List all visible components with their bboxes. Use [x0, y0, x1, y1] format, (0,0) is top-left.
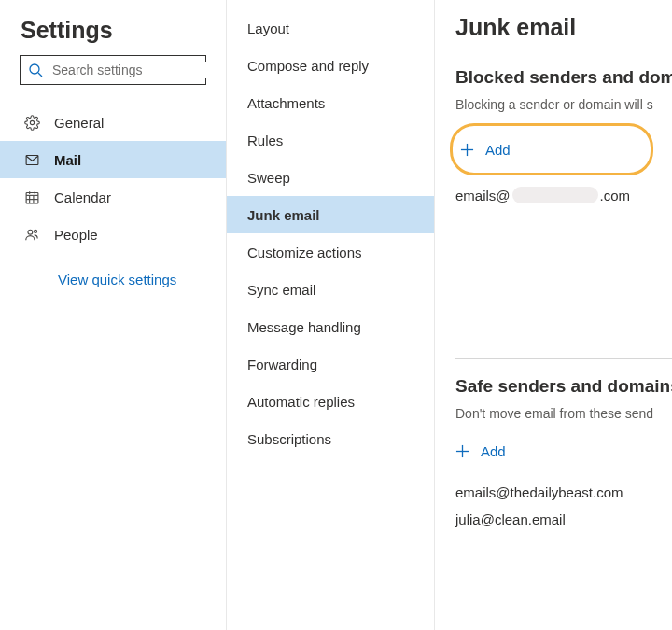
junk-title: Junk email [455, 0, 672, 67]
svg-point-12 [34, 230, 36, 232]
search-field[interactable] [20, 55, 206, 85]
mailnav-autoreply[interactable]: Automatic replies [227, 383, 434, 420]
svg-rect-4 [26, 192, 38, 203]
plus-icon [455, 444, 469, 458]
mailnav-forwarding[interactable]: Forwarding [227, 345, 434, 383]
blocked-entry-suffix: .com [600, 188, 631, 203]
blocked-heading: Blocked senders and domains [455, 67, 672, 88]
nav-mail-label: Mail [54, 152, 81, 168]
blocked-entry[interactable]: emails@ .com [455, 181, 672, 209]
mailnav-compose[interactable]: Compose and reply [227, 47, 434, 84]
junk-email-panel: Junk email Blocked senders and domains B… [434, 0, 672, 630]
mailnav-sync[interactable]: Sync email [227, 271, 434, 308]
add-blocked-label: Add [485, 142, 511, 158]
nav-mail[interactable]: Mail [0, 141, 226, 178]
safe-heading: Safe senders and domains [455, 376, 672, 397]
blocked-entry-prefix: emails@ [455, 188, 511, 203]
add-safe-button[interactable]: Add [455, 432, 672, 469]
mailnav-customize[interactable]: Customize actions [227, 233, 434, 271]
safe-entry[interactable]: emails@thedailybeast.com [455, 479, 672, 506]
primary-nav: General Mail [0, 102, 226, 253]
svg-point-0 [30, 64, 39, 74]
add-safe-label: Add [481, 443, 506, 459]
svg-line-1 [38, 73, 42, 77]
nav-calendar[interactable]: Calendar [0, 178, 226, 216]
search-input[interactable] [50, 62, 217, 78]
mailnav-rules[interactable]: Rules [227, 121, 434, 159]
settings-title: Settings [0, 0, 226, 53]
mailnav-sweep[interactable]: Sweep [227, 159, 434, 196]
svg-point-2 [30, 120, 34, 124]
plus-icon [460, 143, 474, 157]
mailnav-attachments[interactable]: Attachments [227, 84, 434, 121]
mailnav-subs[interactable]: Subscriptions [227, 420, 434, 457]
divider [455, 358, 672, 359]
safe-description: Don't move email from these send [455, 406, 672, 421]
calendar-icon [24, 189, 54, 205]
add-blocked-button[interactable]: Add [455, 142, 511, 158]
mailnav-layout[interactable]: Layout [227, 9, 434, 47]
mailnav-junk[interactable]: Junk email [227, 196, 434, 233]
view-quick-settings-link[interactable]: View quick settings [0, 253, 226, 287]
nav-general[interactable]: General [0, 104, 226, 141]
highlight-annotation: Add [450, 123, 653, 175]
people-icon [24, 227, 54, 243]
settings-app: Settings Genera [0, 0, 672, 630]
safe-entry[interactable]: julia@clean.email [455, 506, 672, 533]
svg-point-11 [28, 230, 33, 234]
nav-people-label: People [54, 227, 98, 243]
nav-general-label: General [54, 115, 104, 131]
settings-sidebar: Settings Genera [0, 0, 227, 630]
nav-people[interactable]: People [0, 216, 226, 253]
nav-calendar-label: Calendar [54, 189, 111, 205]
search-container [20, 55, 206, 85]
mail-icon [24, 152, 54, 168]
redacted-text [512, 187, 598, 203]
blocked-description: Blocking a sender or domain will s [455, 97, 672, 112]
search-icon [28, 63, 43, 77]
gear-icon [24, 115, 54, 131]
mailnav-message[interactable]: Message handling [227, 308, 434, 345]
safe-section: Safe senders and domains Don't move emai… [455, 358, 672, 533]
mail-settings-nav: Layout Compose and reply Attachments Rul… [227, 0, 434, 630]
